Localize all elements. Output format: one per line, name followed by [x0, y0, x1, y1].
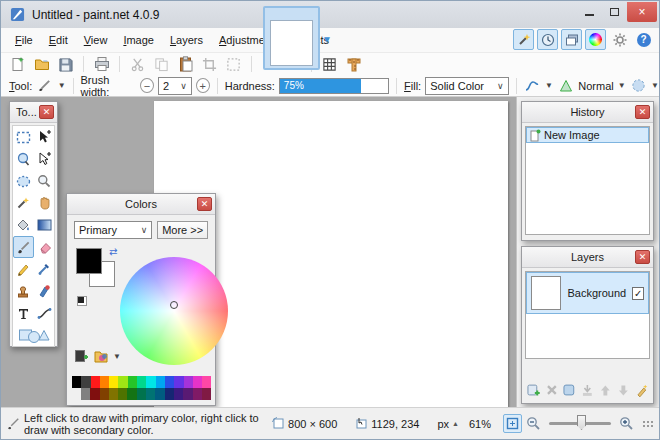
- history-window-titlebar[interactable]: History ✕: [522, 102, 653, 123]
- add-recent-color-icon[interactable]: [74, 349, 89, 364]
- help-button[interactable]: ?: [633, 29, 654, 50]
- blend-mode-dropdown-arrow[interactable]: ▼: [618, 81, 626, 90]
- zoom-to-window-button[interactable]: [503, 414, 522, 433]
- tool-paintbrush[interactable]: [13, 236, 34, 258]
- color-wheel[interactable]: [120, 257, 228, 365]
- tool-recolor[interactable]: [34, 280, 55, 302]
- tool-move-selection[interactable]: [34, 148, 55, 170]
- tool-move-selected-pixels[interactable]: [34, 126, 55, 148]
- tools-window-toggle[interactable]: [513, 29, 534, 50]
- tool-text[interactable]: [13, 302, 34, 324]
- image-list-chevron-icon[interactable]: ▼: [322, 34, 332, 45]
- tool-lasso-select[interactable]: [13, 148, 34, 170]
- palette-swatch[interactable]: [90, 388, 99, 400]
- hardness-slider[interactable]: 75%: [279, 78, 389, 94]
- tool-shapes[interactable]: [13, 324, 55, 346]
- close-button[interactable]: ×: [627, 2, 657, 22]
- tool-clone-stamp[interactable]: [13, 280, 34, 302]
- tool-rectangle-select[interactable]: [13, 126, 34, 148]
- palette-swatch[interactable]: [100, 388, 109, 400]
- colors-window-toggle[interactable]: [585, 29, 606, 50]
- tool-gradient[interactable]: [34, 214, 55, 236]
- current-tool-button[interactable]: [36, 76, 53, 95]
- history-window-toggle[interactable]: [537, 29, 558, 50]
- tool-pencil[interactable]: [13, 258, 34, 280]
- menu-edit[interactable]: Edit: [41, 30, 76, 50]
- layer-properties-icon[interactable]: [634, 383, 649, 398]
- tools-window-close-icon[interactable]: ✕: [39, 105, 54, 119]
- stroke-style-button[interactable]: [524, 76, 541, 95]
- resize-grip[interactable]: [642, 420, 654, 428]
- brush-width-dropdown[interactable]: 2 ∨: [158, 77, 192, 95]
- palette-swatch[interactable]: [109, 376, 118, 388]
- stroke-style-dropdown-arrow[interactable]: ▼: [545, 81, 553, 90]
- save-button[interactable]: [56, 55, 75, 74]
- color-mode-dropdown[interactable]: Primary ∨: [74, 221, 152, 239]
- menu-image[interactable]: Image: [115, 30, 162, 50]
- duplicate-layer-icon[interactable]: [562, 383, 576, 397]
- zoom-slider-thumb[interactable]: [577, 415, 586, 430]
- fill-style-dropdown[interactable]: Solid Color ∨: [425, 77, 508, 95]
- new-image-button[interactable]: [8, 55, 27, 74]
- tool-line-curve[interactable]: [34, 302, 55, 324]
- palette-swatch[interactable]: [174, 388, 183, 400]
- palette-dropdown-arrow[interactable]: ▼: [113, 352, 121, 361]
- palette-swatch[interactable]: [109, 388, 118, 400]
- layers-window-close-icon[interactable]: ✕: [635, 250, 650, 264]
- print-button[interactable]: [92, 55, 111, 74]
- palette-swatch[interactable]: [146, 376, 155, 388]
- colors-window-close-icon[interactable]: ✕: [197, 197, 212, 211]
- antialiasing-button[interactable]: [557, 76, 574, 95]
- layers-window-titlebar[interactable]: Layers ✕: [522, 247, 653, 268]
- unit-dropdown-arrow[interactable]: ▲: [452, 420, 459, 427]
- palette-swatch[interactable]: [81, 388, 90, 400]
- tool-magic-wand[interactable]: [13, 192, 34, 214]
- palette-swatch[interactable]: [91, 376, 100, 388]
- tool-color-picker[interactable]: [34, 258, 55, 280]
- history-item[interactable]: New Image: [526, 127, 649, 143]
- delete-layer-icon[interactable]: [546, 384, 558, 396]
- layer-visibility-checkbox[interactable]: ✓: [632, 287, 644, 300]
- swap-colors-icon[interactable]: ⇄: [109, 246, 117, 257]
- zoom-in-icon[interactable]: [619, 416, 634, 431]
- brush-width-decrease-button[interactable]: −: [140, 78, 154, 93]
- image-tab[interactable]: [263, 6, 320, 70]
- menu-view[interactable]: View: [76, 30, 116, 50]
- rulers-button[interactable]: [344, 55, 363, 74]
- tool-pan[interactable]: [34, 192, 55, 214]
- palette-swatch[interactable]: [118, 388, 127, 400]
- palette-swatch[interactable]: [202, 388, 211, 400]
- palette-swatch[interactable]: [174, 376, 183, 388]
- palette-swatch[interactable]: [118, 376, 127, 388]
- palette-swatch[interactable]: [137, 388, 146, 400]
- palette-swatch[interactable]: [100, 376, 109, 388]
- palette-menu-icon[interactable]: [93, 349, 109, 364]
- palette-swatch[interactable]: [183, 388, 192, 400]
- pixel-grid-button[interactable]: [320, 55, 339, 74]
- layer-item-background[interactable]: Background ✓: [526, 272, 649, 314]
- selection-mode-button[interactable]: [630, 76, 647, 95]
- minimize-button[interactable]: [577, 2, 602, 22]
- palette-swatch[interactable]: [193, 376, 202, 388]
- primary-color-swatch[interactable]: [76, 248, 102, 274]
- palette-swatch[interactable]: [193, 388, 202, 400]
- history-window-close-icon[interactable]: ✕: [635, 105, 650, 119]
- menu-layers[interactable]: Layers: [162, 30, 211, 50]
- palette-swatch[interactable]: [155, 388, 164, 400]
- tool-ellipse-select[interactable]: [13, 170, 34, 192]
- tool-eraser[interactable]: [34, 236, 55, 258]
- palette-swatch[interactable]: [81, 376, 90, 388]
- menu-file[interactable]: File: [7, 30, 41, 50]
- add-layer-icon[interactable]: [526, 383, 541, 398]
- selection-mode-dropdown-arrow[interactable]: ▼: [651, 81, 659, 90]
- palette-swatch[interactable]: [202, 376, 211, 388]
- tool-dropdown-arrow[interactable]: ▼: [58, 81, 66, 90]
- layers-window-toggle[interactable]: [561, 29, 582, 50]
- palette-swatch[interactable]: [184, 376, 193, 388]
- unit-value[interactable]: px: [437, 418, 449, 430]
- tools-window-titlebar[interactable]: To... ✕: [10, 102, 57, 123]
- palette-swatch[interactable]: [165, 388, 174, 400]
- reset-colors-icon[interactable]: [77, 296, 87, 306]
- palette-swatch[interactable]: [137, 376, 146, 388]
- colors-window-titlebar[interactable]: Colors ✕: [67, 194, 215, 215]
